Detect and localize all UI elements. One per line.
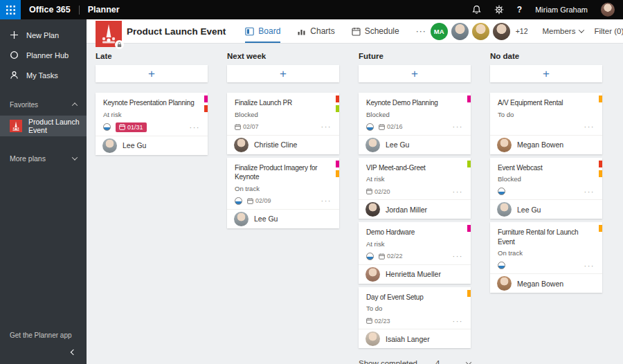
task-card[interactable]: Finalize Launch PR Blocked 02/07 ··· C (227, 93, 339, 154)
card-more-button[interactable]: ··· (453, 190, 464, 194)
more-plans-label: More plans (10, 154, 46, 163)
task-card[interactable]: Day of Event Setup To do 02/23 ··· Isa (359, 287, 471, 349)
label-chips (467, 290, 471, 297)
hub-icon (10, 51, 19, 60)
bucket-column-no-date: No date + A/V Equipment Rental To do ··· (490, 52, 602, 364)
show-completed-label: Show completed (359, 359, 417, 364)
member-avatar[interactable] (451, 23, 469, 40)
add-task-button[interactable]: + (359, 65, 471, 82)
card-footer: Isaiah Langer (359, 329, 471, 348)
task-card[interactable]: A/V Equipment Rental To do ··· Megan Bow… (490, 93, 602, 154)
due-date-badge: 02/22 (379, 253, 403, 260)
assignee-name: Lee Gu (386, 140, 409, 149)
tabs-overflow-button[interactable]: ··· (416, 19, 426, 43)
assignee-avatar[interactable] (234, 212, 249, 226)
tab-board[interactable]: Board (245, 19, 280, 43)
sidebar-item-new-plan[interactable]: New Plan (0, 25, 87, 45)
assignee-name: Isaiah Langer (386, 335, 430, 343)
card-more-button[interactable]: ··· (453, 319, 464, 323)
app-name-link[interactable]: Planner (88, 5, 120, 15)
task-title: Keynote Presentation Planning (103, 98, 200, 108)
card-more-button[interactable]: ··· (321, 125, 332, 129)
sidebar-item-product-launch-event[interactable]: Product Launch Event (0, 116, 87, 136)
label-chips (467, 95, 471, 102)
sidebar-item-label: My Tasks (26, 71, 58, 80)
label-chips (467, 161, 471, 167)
sidebar-collapse-button[interactable] (66, 345, 81, 360)
member-avatar-initials[interactable]: MA (431, 23, 448, 40)
member-avatar[interactable] (493, 23, 510, 40)
get-planner-app-link[interactable]: Get the Planner app (10, 331, 72, 339)
task-card[interactable]: Keynote Presentation Planning At risk 01… (96, 93, 208, 155)
assignee-avatar[interactable] (102, 138, 117, 153)
add-task-button[interactable]: + (96, 65, 208, 82)
label-chip (336, 105, 339, 112)
label-chips (336, 95, 339, 112)
add-task-button[interactable]: + (490, 65, 602, 82)
app-launcher-button[interactable] (0, 0, 21, 19)
assignee-avatar[interactable] (365, 267, 380, 282)
assignee-avatar[interactable] (365, 202, 380, 217)
due-date-badge: 01/31 (116, 122, 147, 132)
member-overflow-count[interactable]: +12 (516, 27, 528, 35)
task-title: Demo Hardware (366, 228, 463, 237)
task-card[interactable]: VIP Meet-and-Greet At risk 02/20 ··· J (359, 158, 471, 219)
task-card[interactable]: Furniture Rental for Launch Event On tra… (490, 222, 602, 293)
card-more-button[interactable]: ··· (584, 264, 595, 268)
assignee-avatar[interactable] (497, 276, 512, 291)
comment-icon (366, 253, 374, 260)
settings-button[interactable] (494, 5, 504, 15)
plan-logo (96, 21, 122, 47)
filter-dropdown[interactable]: Filter (0) (594, 27, 623, 35)
task-card[interactable]: Keynote Demo Planning Blocked 02/16 ··· (359, 93, 471, 154)
sidebar-item-planner-hub[interactable]: Planner Hub (0, 45, 87, 65)
card-more-button[interactable]: ··· (584, 125, 595, 129)
notifications-button[interactable] (472, 5, 481, 15)
task-title: A/V Equipment Rental (498, 98, 595, 108)
favorites-section-toggle[interactable]: Favorites (0, 98, 87, 111)
label-chips (599, 225, 602, 232)
label-chips (599, 95, 602, 102)
help-button[interactable]: ? (517, 5, 522, 15)
task-status: At risk (366, 175, 463, 183)
card-footer: Lee Gu (359, 135, 471, 154)
add-task-button[interactable]: + (227, 65, 339, 82)
assignee-avatar[interactable] (365, 138, 380, 152)
member-avatar[interactable] (472, 23, 489, 40)
tab-label: Schedule (365, 26, 399, 36)
label-chip (467, 290, 471, 297)
due-date-badge: 02/16 (379, 123, 403, 130)
bucket-column-next-week: Next week + Finalize Launch PR Blocked (227, 52, 339, 364)
card-more-button[interactable]: ··· (321, 199, 332, 203)
due-date-badge: 02/07 (235, 123, 259, 130)
filter-label: Filter (0) (594, 27, 623, 35)
plus-icon (10, 30, 19, 39)
assignee-avatar[interactable] (497, 202, 512, 217)
topbar-user-name[interactable]: Miriam Graham (535, 6, 588, 14)
card-more-button[interactable]: ··· (190, 125, 201, 129)
bucket-column-future: Future + Keynote Demo Planning Blocked (359, 52, 471, 364)
task-card[interactable]: Event Webcast Blocked ··· Lee Gu (490, 158, 602, 219)
task-card[interactable]: Demo Hardware At risk 02/22 ··· (359, 222, 471, 284)
task-status: To do (366, 304, 463, 312)
label-chip (599, 170, 602, 177)
sidebar-item-my-tasks[interactable]: My Tasks (0, 65, 87, 85)
more-plans-toggle[interactable]: More plans (0, 152, 87, 165)
assignee-avatar[interactable] (497, 138, 512, 152)
card-more-button[interactable]: ··· (584, 190, 595, 194)
bucket-title: Late (96, 52, 208, 60)
tab-charts[interactable]: Charts (297, 19, 334, 43)
task-title: VIP Meet-and-Greet (366, 163, 463, 173)
members-dropdown[interactable]: Members (543, 27, 584, 35)
office-brand-link[interactable]: Office 365 (29, 5, 71, 15)
tab-schedule[interactable]: Schedule (352, 19, 399, 43)
assignee-avatar[interactable] (365, 331, 380, 346)
topbar-user-avatar[interactable] (601, 3, 615, 17)
due-date: 02/23 (374, 318, 390, 325)
task-card[interactable]: Finalize Product Imagery for Keynote On … (227, 158, 339, 228)
show-completed-toggle[interactable]: Show completed 4 (359, 359, 471, 364)
card-more-button[interactable]: ··· (453, 125, 464, 129)
assignee-avatar[interactable] (234, 138, 249, 152)
card-more-button[interactable]: ··· (453, 254, 464, 258)
calendar-icon (352, 27, 361, 36)
